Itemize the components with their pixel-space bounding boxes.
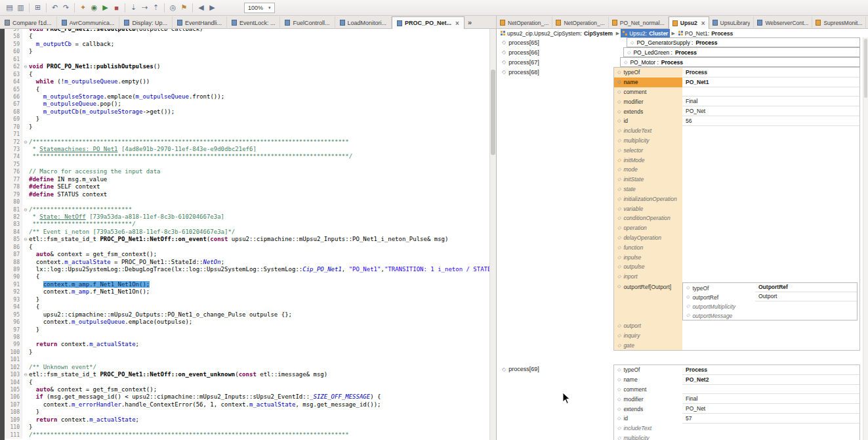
- step-return-icon[interactable]: ⇡: [150, 3, 161, 12]
- property-value-cell[interactable]: [682, 242, 859, 252]
- code-text[interactable]: * Statemachines: PO_Net1 [4ad8e91b-2970-…: [29, 146, 489, 153]
- tree-item-process-65[interactable]: ◇process[65]: [497, 37, 613, 47]
- code-text[interactable]: m_outpulseQueue.pop();: [29, 100, 489, 108]
- code-text[interactable]: etl::fsm_state_id_t PROC_PO_Net1::NetOff…: [29, 236, 489, 243]
- property-name-cell[interactable]: ◇variable: [614, 204, 682, 213]
- property-value-cell[interactable]: [682, 87, 859, 97]
- bookmark-icon[interactable]: ⚑: [178, 3, 190, 12]
- property-name-cell[interactable]: ◇modifier: [614, 394, 682, 404]
- property-name-cell[interactable]: ◇mode: [614, 165, 682, 175]
- editor-tab-fuelcontroll[interactable]: FuelControll...: [280, 16, 335, 29]
- fold-marker-icon[interactable]: ⊖: [22, 236, 29, 243]
- property-value-cell[interactable]: [682, 272, 859, 282]
- code-text[interactable]: }: [29, 326, 489, 334]
- code-text[interactable]: [29, 356, 489, 363]
- code-text[interactable]: {: [29, 86, 489, 93]
- run-icon[interactable]: ▶: [100, 3, 111, 12]
- property-name-cell[interactable]: ◇comment: [614, 385, 682, 395]
- property-value-cell[interactable]: [682, 252, 859, 262]
- property-value-cell[interactable]: [682, 385, 859, 395]
- code-text[interactable]: /** Event i_neton [739a53e6-a818-11ef-8c…: [29, 229, 489, 236]
- collapsed-element-row[interactable]: ◇PO_GeneratorSupply : Process: [627, 37, 860, 47]
- property-name-cell[interactable]: ◇selector: [614, 145, 682, 155]
- model-tab-supressmonit[interactable]: SupressMonit...: [812, 16, 866, 29]
- forward-icon[interactable]: ▶: [207, 3, 218, 12]
- code-text[interactable]: {: [29, 273, 489, 280]
- property-value-cell[interactable]: Outport: [755, 292, 857, 301]
- tree-item-process-68[interactable]: ◇process[68]: [497, 67, 613, 77]
- property-value-cell[interactable]: [682, 424, 859, 433]
- property-value-cell[interactable]: [682, 175, 859, 185]
- save-all-icon[interactable]: ▥: [15, 3, 26, 12]
- property-value-cell[interactable]: [682, 330, 859, 340]
- code-text[interactable]: auto& context = get_fsm_context();: [29, 386, 489, 393]
- code-text[interactable]: {: [29, 303, 489, 311]
- model-tab-po-net-normal[interactable]: PO_Net_normal...: [609, 16, 669, 29]
- property-name-cell[interactable]: ◇name: [614, 375, 682, 385]
- code-text[interactable]: }: [29, 48, 489, 55]
- code-text[interactable]: void PROC_PO_Net1::publishOutpulses(): [29, 63, 489, 70]
- print-icon[interactable]: ⊞: [32, 3, 43, 12]
- collapsed-element-row[interactable]: ◇PO_Motor : Process: [620, 57, 860, 67]
- code-text[interactable]: context.m_outpulseQueue.emplace(outpulse…: [29, 319, 489, 326]
- property-name-cell[interactable]: ◇gate: [614, 340, 682, 350]
- property-value-cell[interactable]: PO_Net2: [682, 375, 859, 385]
- property-name-cell[interactable]: ◇includeText: [614, 126, 682, 136]
- code-text[interactable]: {: [29, 71, 489, 78]
- property-name-cell[interactable]: ◇inquiry: [614, 330, 682, 340]
- code-text[interactable]: context.m_amp.f_Net1_Net1On();: [29, 281, 489, 288]
- code-text[interactable]: }: [29, 116, 489, 123]
- property-value-cell[interactable]: [682, 223, 859, 233]
- property-name-cell[interactable]: ◇id: [614, 116, 682, 126]
- property-value-cell[interactable]: [755, 311, 857, 320]
- property-value-cell[interactable]: [682, 145, 859, 155]
- code-text[interactable]: return context.m_actualState;: [29, 341, 489, 348]
- code-text[interactable]: return context.m_actualState;: [29, 416, 489, 424]
- model-scrollbar-thumb[interactable]: [864, 39, 867, 98]
- code-text[interactable]: lx::log::Upsu2SystemLog::DebugLogTrace(l…: [29, 266, 489, 273]
- step-over-icon[interactable]: ⇢: [139, 3, 150, 12]
- code-text[interactable]: auto& context = get_fsm_context();: [29, 251, 489, 258]
- code-text[interactable]: [29, 161, 489, 168]
- code-text[interactable]: #define SELF context: [29, 183, 489, 190]
- code-text[interactable]: [29, 56, 489, 63]
- fold-marker-icon[interactable]: ⊖: [22, 139, 29, 146]
- code-text[interactable]: {: [29, 244, 489, 251]
- code-text[interactable]: ****************************************…: [29, 153, 489, 160]
- property-name-cell[interactable]: ◇initializationOperation: [614, 194, 682, 204]
- editor-scrollbar-thumb[interactable]: [491, 70, 495, 155]
- code-text[interactable]: [29, 198, 489, 206]
- property-name-cell[interactable]: ◇modifier: [614, 97, 682, 106]
- editor-tab-eventhandli[interactable]: EventHandli...: [173, 16, 227, 29]
- property-name-cell[interactable]: ◇inpulse: [614, 252, 682, 262]
- property-value-cell[interactable]: [682, 165, 859, 175]
- property-value-cell[interactable]: [682, 194, 859, 204]
- model-tab-upsu2[interactable]: Upsu2×: [669, 16, 709, 29]
- property-value-cell[interactable]: PO_Net: [682, 106, 859, 116]
- build-icon[interactable]: ✦: [77, 3, 89, 12]
- code-text[interactable]: context.m_amp.f_Net1_Net1On();: [29, 288, 489, 296]
- code-text[interactable]: upsu2::cipmachine::mUpsu2_Outputs::PO_Ne…: [29, 311, 489, 319]
- tree-item-process-66[interactable]: ◇process[66]: [497, 47, 613, 57]
- code-text[interactable]: }: [29, 296, 489, 303]
- back-icon[interactable]: ◀: [196, 3, 207, 12]
- code-text[interactable]: /****************************: [29, 206, 489, 213]
- fold-marker-icon[interactable]: ⊖: [22, 206, 29, 213]
- property-name-cell[interactable]: ◇outportRef: [683, 292, 755, 301]
- code-text[interactable]: ****************************/: [29, 221, 489, 228]
- stop-icon[interactable]: ■: [111, 4, 122, 12]
- property-name-cell[interactable]: ◇typeOf: [614, 68, 682, 77]
- property-value-cell[interactable]: [682, 233, 859, 243]
- code-text[interactable]: }: [29, 408, 489, 416]
- code-text[interactable]: }: [29, 349, 489, 356]
- fold-marker-icon[interactable]: ⊖: [22, 63, 29, 70]
- save-icon[interactable]: ▤: [4, 3, 15, 12]
- code-text[interactable]: {: [29, 379, 489, 386]
- property-name-cell[interactable]: ◇operation: [614, 223, 682, 233]
- undo-icon[interactable]: ↶: [49, 3, 60, 12]
- property-name-cell[interactable]: ◇function: [614, 242, 682, 252]
- code-text[interactable]: if (msg.get_message_id() < upsu2::cipmac…: [29, 393, 489, 401]
- property-name-cell[interactable]: ◇typeOf: [683, 283, 755, 292]
- editor-tab-eventlock[interactable]: EventLock: ...: [227, 16, 281, 29]
- code-text[interactable]: context.m_actualState = PROC_PO_Net1::St…: [29, 259, 489, 266]
